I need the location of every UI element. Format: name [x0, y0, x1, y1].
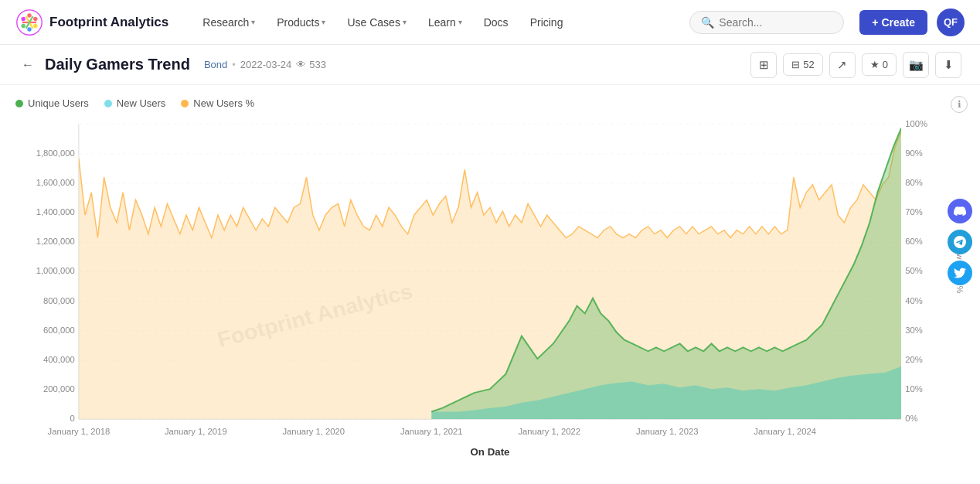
svg-point-9 [33, 16, 37, 20]
meta-date: 2022-03-24 [240, 59, 292, 70]
camera-icon: 📷 [909, 58, 924, 72]
products-chevron-icon: ▾ [322, 18, 325, 26]
svg-text:30%: 30% [905, 326, 923, 335]
app-name: Footprint Analytics [49, 15, 168, 30]
svg-text:1,000,000: 1,000,000 [36, 267, 75, 276]
svg-text:200,000: 200,000 [43, 384, 75, 394]
unique-users-dot [15, 100, 23, 107]
svg-point-4 [27, 13, 31, 17]
create-button[interactable]: + Create [859, 10, 927, 35]
back-button[interactable]: ← [19, 55, 37, 75]
unique-users-label: Unique Users [28, 97, 89, 109]
info-icon[interactable]: ℹ [951, 96, 968, 113]
learn-chevron-icon: ▾ [458, 18, 462, 26]
views-count: 533 [309, 59, 326, 70]
svg-text:20%: 20% [905, 355, 923, 364]
svg-text:1,800,000: 1,800,000 [36, 148, 75, 158]
svg-text:70%: 70% [905, 207, 923, 216]
svg-text:800,000: 800,000 [43, 296, 75, 305]
screenshot-button[interactable]: 📷 [903, 52, 929, 78]
nav-pricing[interactable]: Pricing [521, 12, 573, 33]
svg-text:January 1, 2019: January 1, 2019 [165, 427, 227, 436]
pages-icon: ⊞ [759, 58, 769, 72]
legend-new-users-pct: New Users % [181, 97, 254, 109]
chart-container: ℹ Unique Users New Users New Users % [0, 85, 980, 484]
svg-text:January 1, 2022: January 1, 2022 [518, 427, 580, 436]
header-actions: ⊞ ⊟ 52 ↗ ★ 0 📷 ⬇ [750, 52, 961, 78]
search-icon: 🔍 [701, 16, 714, 29]
chart-svg: 0 200,000 400,000 600,000 800,000 1,000,… [15, 117, 965, 465]
svg-text:January 1, 2018: January 1, 2018 [48, 427, 111, 436]
star-button[interactable]: ★ 0 [862, 53, 897, 76]
star-count: 0 [883, 59, 888, 70]
star-icon: ★ [870, 59, 880, 70]
svg-text:1,200,000: 1,200,000 [36, 237, 75, 247]
svg-text:January 1, 2021: January 1, 2021 [400, 427, 463, 436]
header-meta: Bond • 2022-03-24 👁 533 [204, 59, 326, 70]
svg-text:January 1, 2020: January 1, 2020 [282, 427, 345, 436]
nav-learn[interactable]: Learn ▾ [419, 12, 471, 33]
svg-text:400,000: 400,000 [43, 355, 75, 364]
download-button[interactable]: ⬇ [935, 52, 961, 78]
social-icons [948, 199, 972, 285]
svg-point-5 [33, 23, 37, 27]
svg-text:40%: 40% [905, 296, 923, 305]
svg-text:1,400,000: 1,400,000 [36, 207, 75, 216]
nav-products[interactable]: Products ▾ [267, 12, 335, 33]
legend-unique-users: Unique Users [15, 97, 89, 109]
svg-text:1,600,000: 1,600,000 [36, 178, 75, 187]
svg-point-8 [21, 16, 25, 20]
research-chevron-icon: ▾ [251, 18, 255, 26]
logo-icon [15, 9, 43, 36]
meta-separator: • [232, 59, 236, 70]
svg-text:On Date: On Date [471, 447, 510, 458]
svg-text:January 1, 2023: January 1, 2023 [636, 427, 699, 436]
logo[interactable]: Footprint Analytics [15, 9, 168, 36]
svg-text:100%: 100% [905, 119, 927, 128]
search-input[interactable] [719, 16, 832, 29]
nav-docs[interactable]: Docs [475, 12, 518, 33]
meta-views: 👁 533 [296, 59, 326, 70]
use-cases-chevron-icon: ▾ [403, 18, 407, 26]
author-link[interactable]: Bond [204, 59, 227, 70]
legend-new-users: New Users [104, 97, 166, 109]
new-users-label: New Users [117, 97, 166, 109]
new-users-pct-label: New Users % [193, 97, 254, 109]
telegram-button[interactable] [948, 230, 972, 254]
svg-text:0%: 0% [905, 414, 917, 423]
discord-button[interactable] [948, 199, 972, 223]
twitter-button[interactable] [948, 261, 972, 285]
pages-icon2: ⊟ [791, 59, 800, 70]
svg-text:10%: 10% [905, 384, 923, 394]
nav-use-cases[interactable]: Use Cases ▾ [338, 12, 415, 33]
svg-text:60%: 60% [905, 237, 923, 247]
svg-text:80%: 80% [905, 178, 923, 187]
pages-count: 52 [803, 59, 814, 70]
svg-text:600,000: 600,000 [43, 326, 75, 335]
nav-research[interactable]: Research ▾ [193, 12, 264, 33]
svg-text:90%: 90% [905, 148, 923, 158]
avatar-button[interactable]: QF [937, 9, 965, 36]
svg-text:January 1, 2024: January 1, 2024 [754, 427, 816, 436]
svg-point-7 [27, 27, 31, 31]
chart-area: 0 200,000 400,000 600,000 800,000 1,000,… [15, 117, 965, 465]
pages-button[interactable]: ⊞ [750, 52, 777, 78]
page-header: ← Daily Gamers Trend Bond • 2022-03-24 👁… [0, 45, 980, 85]
search-box[interactable]: 🔍 [689, 11, 844, 34]
page-title: Daily Gamers Trend [45, 56, 190, 73]
svg-point-6 [21, 23, 25, 27]
navbar: Footprint Analytics Research ▾ Products … [0, 0, 980, 45]
new-users-dot [104, 100, 112, 107]
svg-text:50%: 50% [905, 267, 923, 276]
svg-text:0: 0 [70, 414, 74, 423]
pages-count-button[interactable]: ⊟ 52 [783, 53, 822, 76]
nav-right: + Create QF [859, 9, 965, 36]
export-button[interactable]: ↗ [829, 52, 856, 78]
download-icon: ⬇ [944, 58, 954, 72]
nav-links: Research ▾ Products ▾ Use Cases ▾ Learn … [193, 12, 683, 33]
views-icon: 👁 [296, 59, 306, 70]
chart-legend: Unique Users New Users New Users % [15, 97, 965, 109]
export-icon: ↗ [837, 58, 847, 72]
new-users-pct-dot [181, 100, 189, 107]
